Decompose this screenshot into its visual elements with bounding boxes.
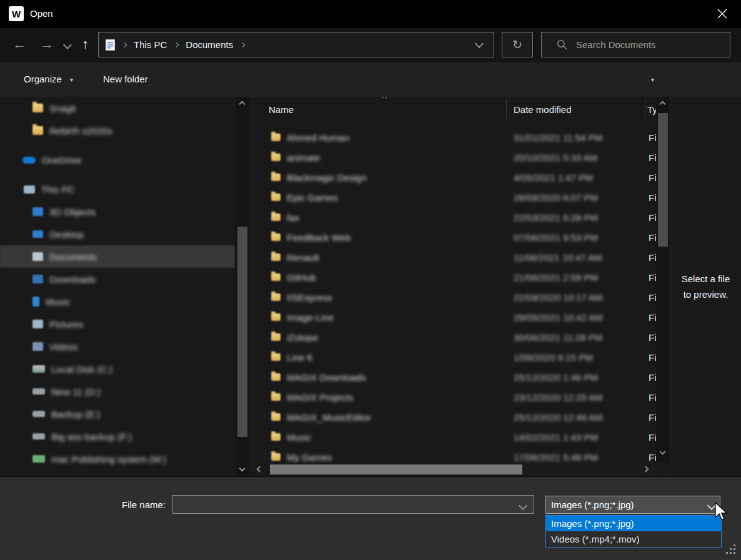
file-row[interactable]: Ahmed Human 31/01/2021 11:54 PM File fol… xyxy=(250,127,656,147)
search-placeholder: Search Documents xyxy=(576,39,656,50)
file-type: File folder xyxy=(649,212,656,223)
sidebar-item[interactable]: Desktop xyxy=(0,223,235,245)
sidebar-item[interactable]: Rebirth s2020s xyxy=(0,119,235,142)
file-row[interactable]: animate 20/10/2021 5:33 AM File folder xyxy=(250,147,656,167)
file-row[interactable]: Music 14/02/2021 1:43 PM File folder xyxy=(250,427,656,447)
file-row[interactable]: MAGIX Projects 23/12/2020 12:25 AM File … xyxy=(250,387,656,407)
scroll-up-icon[interactable] xyxy=(239,101,246,107)
file-date-modified: 1/09/2020 6:15 PM xyxy=(514,352,593,363)
file-name: Image-Line xyxy=(287,312,334,323)
sidebar-item[interactable]: Big ass backup (F:) xyxy=(0,425,235,448)
preview-message-line1: Select a file xyxy=(670,273,741,284)
scroll-down-icon[interactable] xyxy=(660,449,666,455)
sidebar-item[interactable]: This PC xyxy=(0,178,235,200)
new-folder-button[interactable]: New folder xyxy=(103,74,148,84)
breadcrumb-this-pc[interactable]: This PC xyxy=(130,39,171,50)
column-divider[interactable] xyxy=(645,99,645,119)
sidebar-item-label: OneDrive xyxy=(42,155,81,165)
file-row[interactable]: Epic Games 28/09/2020 6:07 PM File folde… xyxy=(250,187,656,207)
file-type: File folder xyxy=(649,292,656,303)
up-button[interactable]: ↑ xyxy=(82,36,89,53)
file-row[interactable]: MAGIX_MusicEditor 25/12/2020 12:48 AM Fi… xyxy=(250,407,656,427)
sidebar-item-label: Big ass backup (F:) xyxy=(51,431,132,442)
file-name: Music xyxy=(287,432,311,443)
list-scrollbar[interactable] xyxy=(656,97,669,463)
scroll-up-icon[interactable] xyxy=(660,101,666,107)
refresh-button[interactable]: ↻ xyxy=(502,32,533,57)
file-row[interactable]: Line 6 1/09/2020 6:15 PM File folder xyxy=(250,347,656,367)
file-date-modified: 14/02/2021 1:43 PM xyxy=(514,432,598,443)
folder-icon xyxy=(271,353,281,361)
view-options-caret-icon[interactable]: ▾ xyxy=(651,76,654,83)
horizontal-scrollbar-thumb[interactable] xyxy=(270,464,522,474)
file-date-modified: 11/06/2021 10:47 AM xyxy=(514,252,602,263)
window-resize-grip[interactable] xyxy=(726,544,737,555)
forward-button[interactable]: → xyxy=(40,36,54,53)
sidebar-item-label: mac Publishing system (M:) xyxy=(51,454,166,464)
file-name: IISExpress xyxy=(287,292,332,303)
file-type-option[interactable]: Videos (*.mp4;*.mov) xyxy=(546,531,721,547)
scroll-down-icon[interactable] xyxy=(239,466,246,472)
file-type: File folder xyxy=(649,232,656,243)
file-row[interactable]: Renault 11/06/2021 10:47 AM File folder xyxy=(250,247,656,267)
sidebar-item[interactable]: Pictures xyxy=(0,313,235,335)
back-button[interactable]: ← xyxy=(12,36,26,53)
sidebar-item[interactable]: Music xyxy=(0,290,235,313)
sidebar-item[interactable]: mac Publishing system (M:) xyxy=(0,448,235,470)
file-row[interactable]: iZotope 30/06/2021 11:28 PM File folder xyxy=(250,327,656,347)
file-row[interactable]: Image-Line 29/05/2021 10:42 AM File fold… xyxy=(250,307,656,327)
open-dialog: { "window": { "title": "Open", "app_lett… xyxy=(0,0,741,560)
sidebar-item-icon xyxy=(32,252,43,261)
sidebar-item[interactable]: Downloads xyxy=(0,268,235,290)
sidebar-scrollbar-thumb[interactable] xyxy=(237,227,247,437)
column-divider[interactable] xyxy=(506,99,507,119)
address-dropdown-chevron-icon[interactable] xyxy=(475,39,484,48)
sidebar-item[interactable]: Documents xyxy=(0,245,235,268)
file-type-value: Images (*.png;*.jpg) xyxy=(551,499,634,510)
file-type-option[interactable]: Images (*.png;*.jpg) xyxy=(546,516,721,531)
organize-button[interactable]: Organize xyxy=(24,74,62,84)
sidebar-item-label: Videos xyxy=(49,341,78,352)
column-header-name[interactable]: Name xyxy=(269,104,294,115)
close-button[interactable] xyxy=(713,5,732,22)
sidebar-item[interactable]: Snagit xyxy=(0,97,235,119)
sidebar-item-label: Backup (E:) xyxy=(51,409,100,420)
search-icon xyxy=(557,39,567,50)
recent-locations-chevron-icon[interactable] xyxy=(63,41,72,49)
sidebar-item-label: New 11 (D:) xyxy=(51,386,101,397)
horizontal-scrollbar[interactable] xyxy=(250,463,656,476)
file-row[interactable]: Blackmagic Design 4/05/2021 1:47 PM File… xyxy=(250,167,656,187)
file-name: GitHub xyxy=(287,272,316,283)
sidebar-item-icon xyxy=(32,388,45,395)
file-date-modified: 22/03/2021 6:28 PM xyxy=(514,212,598,223)
file-type-combobox[interactable]: Images (*.png;*.jpg) xyxy=(545,496,720,514)
file-type: File folder xyxy=(649,432,656,443)
folder-icon xyxy=(271,413,281,421)
sidebar-item[interactable]: Backup (E:) xyxy=(0,403,235,425)
sidebar-item[interactable]: OneDrive xyxy=(0,149,235,171)
sidebar-item-label: Local Disk (C:) xyxy=(51,364,112,375)
address-bar[interactable]: This PC Documents xyxy=(98,32,494,57)
file-row[interactable]: MAGIX Downloads 25/12/2020 1:46 PM File … xyxy=(250,367,656,387)
file-row[interactable]: FeedBack Web 07/06/2021 9:53 PM File fol… xyxy=(250,227,656,247)
list-scrollbar-thumb[interactable] xyxy=(658,113,668,247)
sidebar-item[interactable]: 3D Objects xyxy=(0,200,235,223)
scroll-left-icon[interactable] xyxy=(257,466,263,473)
command-toolbar: Organize ▾ New folder ▾ ? xyxy=(0,62,741,97)
file-name-input[interactable] xyxy=(172,495,534,514)
column-header-date-modified[interactable]: Date modified xyxy=(514,104,572,115)
file-row[interactable]: IISExpress 22/09/2020 10:17 AM File fold… xyxy=(250,287,656,307)
sidebar-item[interactable]: New 11 (D:) xyxy=(0,380,235,403)
column-header-type[interactable]: Type xyxy=(647,104,656,115)
sidebar-scrollbar[interactable] xyxy=(236,97,249,476)
file-row[interactable]: GitHub 21/06/2021 2:59 PM File folder xyxy=(250,267,656,287)
breadcrumb-documents[interactable]: Documents xyxy=(182,39,237,50)
search-box[interactable]: Search Documents xyxy=(541,32,730,57)
sidebar-item[interactable]: Local Disk (C:) xyxy=(0,358,235,380)
sidebar-item-icon xyxy=(32,207,43,216)
file-type: File folder xyxy=(649,192,656,203)
file-row[interactable]: fax 22/03/2021 6:28 PM File folder xyxy=(250,207,656,227)
sidebar-item-icon xyxy=(24,185,35,194)
sidebar-item[interactable]: Videos xyxy=(0,335,235,358)
file-row[interactable]: My Games 17/06/2021 5:48 PM File folder xyxy=(250,447,656,463)
